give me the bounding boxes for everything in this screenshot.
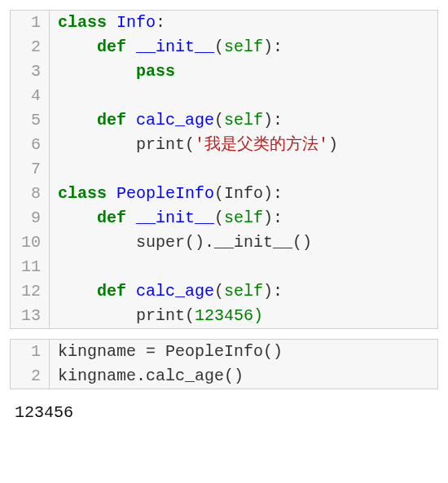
output-text: 123456 — [10, 399, 438, 427]
code-content: print(123456) — [50, 304, 437, 328]
code-line-4: 4 — [11, 84, 437, 108]
line-number: 13 — [11, 304, 50, 328]
code-content: class PeopleInfo(Info): — [50, 182, 437, 206]
param-self: self — [224, 37, 263, 56]
line-number: 4 — [11, 84, 50, 108]
code-block-2: 1 kingname = PeopleInfo() 2 kingname.cal… — [10, 339, 438, 389]
code-content — [50, 84, 437, 108]
line-number: 7 — [11, 157, 50, 182]
line-number: 12 — [11, 279, 50, 304]
code-content: print('我是父类的方法') — [50, 133, 437, 157]
code-line-13: 13 print(123456) — [11, 304, 437, 328]
line-number: 6 — [11, 133, 50, 157]
code-content: super().__init__() — [50, 231, 437, 255]
code-line-12: 12 def calc_age(self): — [11, 279, 437, 304]
keyword-class: class — [58, 184, 107, 203]
code-content: kingname.calc_age() — [50, 364, 437, 389]
keyword-pass: pass — [136, 62, 175, 81]
keyword-def: def — [97, 209, 126, 227]
line-number: 8 — [11, 182, 50, 206]
code-content — [50, 255, 437, 279]
code-line-7: 7 — [11, 157, 437, 182]
keyword-def: def — [97, 282, 126, 301]
code-content: def calc_age(self): — [50, 279, 437, 304]
code-line-6: 6 print('我是父类的方法') — [11, 133, 437, 157]
keyword-def: def — [97, 37, 126, 56]
fn-super: super — [136, 233, 185, 252]
fn-print: print — [136, 306, 185, 325]
code-line-11: 11 — [11, 255, 437, 279]
base-class-info: Info — [224, 184, 263, 203]
code-line-5: 5 def calc_age(self): — [11, 108, 437, 133]
code-line-2: 2 def __init__(self): — [11, 35, 437, 59]
code-content: kingname = PeopleInfo() — [50, 340, 437, 364]
line-number: 2 — [11, 35, 50, 59]
line-number: 10 — [11, 231, 50, 255]
code-line-8: 8 class PeopleInfo(Info): — [11, 182, 437, 206]
line-number: 1 — [11, 340, 50, 364]
class-name-peopleinfo: PeopleInfo — [116, 184, 214, 203]
code-line-9: 9 def __init__(self): — [11, 206, 437, 231]
line-number: 2 — [11, 364, 50, 389]
code-content: class Info: — [50, 11, 437, 35]
line-number: 9 — [11, 206, 50, 231]
fn-print: print — [136, 135, 185, 154]
code-content: def calc_age(self): — [50, 108, 437, 133]
param-self: self — [224, 111, 263, 130]
param-self: self — [224, 209, 263, 227]
class-name-info: Info — [116, 13, 156, 32]
fn-init: __init__ — [136, 209, 214, 227]
string-literal: '我是父类的方法' — [195, 135, 328, 154]
keyword-class: class — [58, 13, 107, 32]
code-content: pass — [50, 59, 437, 84]
code-content: def __init__(self): — [50, 35, 437, 59]
code-line-2: 2 kingname.calc_age() — [11, 364, 437, 389]
fn-init-call: __init__ — [214, 233, 292, 252]
code-line-10: 10 super().__init__() — [11, 231, 437, 255]
fn-init: __init__ — [136, 37, 214, 56]
fn-calc-age: calc_age — [136, 282, 214, 301]
line-number: 5 — [11, 108, 50, 133]
line-number: 11 — [11, 255, 50, 279]
keyword-def: def — [97, 111, 126, 130]
line-number: 1 — [11, 11, 50, 35]
code-line-1: 1 kingname = PeopleInfo() — [11, 340, 437, 364]
param-self: self — [224, 282, 263, 301]
code-content: def __init__(self): — [50, 206, 437, 231]
number-literal: 123456 — [195, 306, 253, 325]
code-line-1: 1 class Info: — [11, 11, 437, 35]
code-content — [50, 157, 437, 182]
fn-calc-age: calc_age — [136, 111, 214, 130]
code-block-1: 1 class Info: 2 def __init__(self): 3 pa… — [10, 10, 438, 329]
line-number: 3 — [11, 59, 50, 84]
code-line-3: 3 pass — [11, 59, 437, 84]
